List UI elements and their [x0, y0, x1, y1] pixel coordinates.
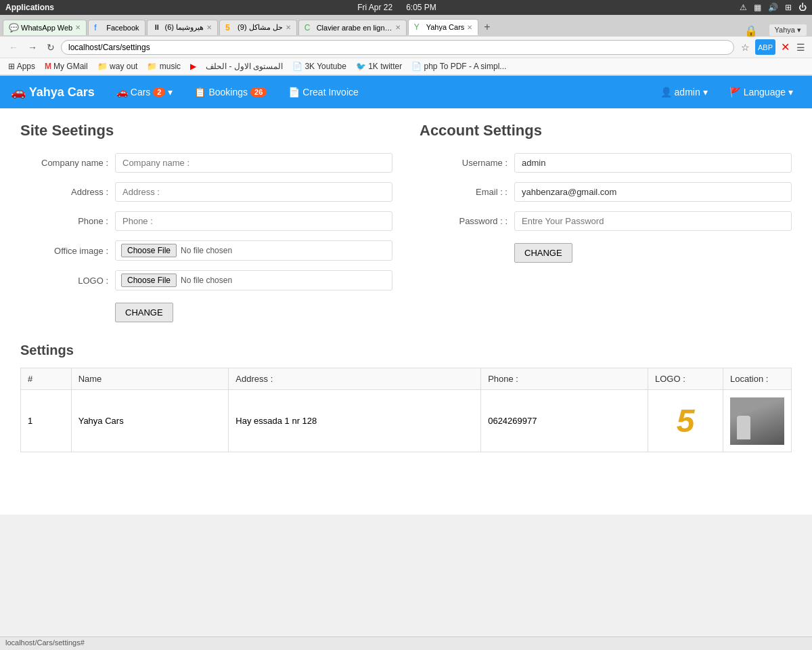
nav-cars[interactable]: 🚗 Cars 2 ▾	[108, 83, 181, 102]
app-icon: ▦	[754, 3, 761, 12]
location-image-inner	[730, 397, 784, 445]
nav-bookings[interactable]: 📋 Bookings 26	[186, 83, 275, 102]
cars-badge: 2	[153, 87, 165, 97]
company-name-input[interactable]	[115, 153, 392, 173]
cell-name: Yahya Cars	[71, 390, 229, 452]
tab-clavier-close[interactable]: ✕	[395, 24, 401, 31]
tab-yahya-label: Yahya Cars	[426, 23, 465, 31]
tab-whatsapp-close[interactable]: ✕	[75, 24, 81, 31]
bookings-badge: 26	[250, 87, 267, 97]
yahya-favicon: Y	[414, 22, 424, 32]
nav-right: 👤 admin ▾ 🚩 Language ▾	[652, 83, 801, 102]
site-settings-title: Site Seetings	[20, 122, 392, 139]
user-badge: Yahya ▾	[769, 24, 807, 36]
col-name: Name	[71, 368, 229, 390]
bookmark-php-pdf[interactable]: 📄 php To PDF - A simpl...	[409, 60, 509, 72]
bookmark-star-btn[interactable]: ☆	[740, 39, 751, 55]
tab-clavier[interactable]: C Clavier arabe en ligne LE... ✕	[298, 20, 407, 35]
tab-yahya[interactable]: Y Yahya Cars ✕	[408, 19, 479, 35]
bookmark-music[interactable]: 📁 music	[144, 60, 183, 72]
whatsapp-favicon: 💬	[9, 23, 18, 32]
cars-label: Cars	[131, 87, 151, 98]
col-address: Address :	[229, 368, 481, 390]
volume-icon: 🔊	[768, 3, 778, 12]
admin-label: admin	[675, 87, 700, 98]
logo-label: LOGO :	[20, 276, 108, 286]
tab-facebook[interactable]: f Facebook	[88, 20, 145, 35]
bookmarks-bar: ⊞ Apps M My GMail 📁 way out 📁 music ▶ ال…	[0, 58, 812, 75]
phone-input[interactable]	[115, 211, 392, 231]
col-location: Location :	[723, 368, 792, 390]
arabic-favicon: 5	[225, 23, 235, 32]
logo-row: LOGO : Choose File No file chosen	[20, 270, 392, 290]
nav-invoice[interactable]: 📄 Creat Invoice	[280, 83, 366, 102]
cell-location	[723, 390, 792, 452]
location-image	[730, 397, 784, 445]
tab-bar: 💬 WhatsApp Web ✕ f Facebook ⏸ هيروشيما (…	[0, 15, 812, 37]
tab-yahya-close[interactable]: ✕	[467, 24, 472, 31]
invoice-icon: 📄	[288, 87, 300, 98]
app-navbar: 🚗 Yahya Cars 🚗 Cars 2 ▾ 📋 Bookings 26 📄 …	[0, 76, 812, 108]
warning-icon: ⚠	[740, 3, 747, 12]
table-header-row: # Name Address : Phone : LOGO : Location…	[21, 368, 792, 390]
nav-admin[interactable]: 👤 admin ▾	[652, 83, 716, 102]
menu-btn[interactable]: ☰	[795, 39, 807, 55]
office-image-label: Office image :	[20, 246, 108, 256]
invoice-label: Creat Invoice	[302, 87, 358, 98]
logo-file-wrapper: Choose File No file chosen	[115, 270, 392, 290]
tab-facebook-label: Facebook	[106, 24, 139, 32]
cell-address: Hay essada 1 nr 128	[229, 390, 481, 452]
col-logo: LOGO :	[648, 368, 723, 390]
address-input[interactable]	[115, 182, 392, 202]
phone-row: Phone :	[20, 211, 392, 231]
account-change-button[interactable]: CHANGE	[514, 243, 572, 263]
bookmark-level[interactable]: المستوى الاول - الحلف	[203, 60, 286, 72]
language-label: Language	[744, 87, 786, 98]
bookings-icon: 📋	[194, 87, 206, 98]
email-input[interactable]	[514, 182, 792, 202]
reader-mode-btn[interactable]: ABP	[755, 39, 775, 55]
brand-icon: 🚗	[11, 85, 26, 99]
tab-hirooshima[interactable]: ⏸ هيروشيما (6) ✕	[147, 20, 219, 35]
nav-language[interactable]: 🚩 Language ▾	[721, 83, 801, 102]
bookmark-youtube[interactable]: ▶	[187, 60, 199, 72]
tab-arabic[interactable]: 5 حل مشاكل (9) ✕	[219, 20, 297, 35]
bookmark-apps[interactable]: ⊞ Apps	[5, 60, 38, 72]
language-chevron: ▾	[788, 87, 793, 98]
reload-btn[interactable]: ↻	[43, 41, 58, 54]
address-bar[interactable]	[61, 40, 734, 55]
table-row: 1 Yahya Cars Hay essada 1 nr 128 0624269…	[21, 390, 792, 452]
new-tab-btn[interactable]: +	[480, 21, 494, 33]
tab-whatsapp-label: WhatsApp Web	[21, 24, 72, 32]
username-input[interactable]	[514, 153, 792, 173]
office-image-file-wrapper: Choose File No file chosen	[115, 240, 392, 261]
logo-display: 5	[655, 395, 716, 446]
logo-choose-btn[interactable]: Choose File	[121, 274, 177, 287]
password-input[interactable]	[514, 211, 792, 231]
back-btn[interactable]: ←	[5, 41, 22, 54]
username-label: Username :	[420, 158, 508, 168]
tab-arabic-close[interactable]: ✕	[286, 24, 291, 31]
logo-file-text: No file chosen	[181, 276, 232, 285]
os-time: 6:05 PM	[406, 3, 436, 12]
bookmark-1k-twitter[interactable]: 🐦 1K twitter	[353, 60, 405, 72]
bookmark-3k-youtube[interactable]: 📄 3K Youtube	[290, 60, 349, 72]
settings-table-section: Settings # Name Address : Phone : LOGO :…	[20, 343, 792, 452]
cars-chevron: ▾	[168, 87, 173, 98]
os-app-label: Applications	[5, 3, 54, 12]
close-icon[interactable]: ✕	[780, 39, 791, 55]
address-row: Address :	[20, 182, 392, 202]
tab-hirooshima-close[interactable]: ✕	[206, 24, 212, 31]
office-image-choose-btn[interactable]: Choose File	[121, 244, 177, 257]
tab-clavier-label: Clavier arabe en ligne LE...	[317, 24, 392, 32]
language-icon: 🚩	[729, 87, 741, 98]
tab-hirooshima-label: هيروشيما (6)	[165, 23, 204, 32]
password-row: Password : :	[420, 211, 792, 231]
tab-whatsapp[interactable]: 💬 WhatsApp Web ✕	[3, 20, 87, 35]
bookmark-wayout[interactable]: 📁 way out	[95, 60, 141, 72]
forward-btn[interactable]: →	[24, 41, 41, 54]
bookmark-gmail[interactable]: M My GMail	[42, 60, 91, 72]
col-phone: Phone :	[481, 368, 648, 390]
site-change-button[interactable]: CHANGE	[115, 303, 173, 322]
company-name-row: Company name :	[20, 153, 392, 173]
